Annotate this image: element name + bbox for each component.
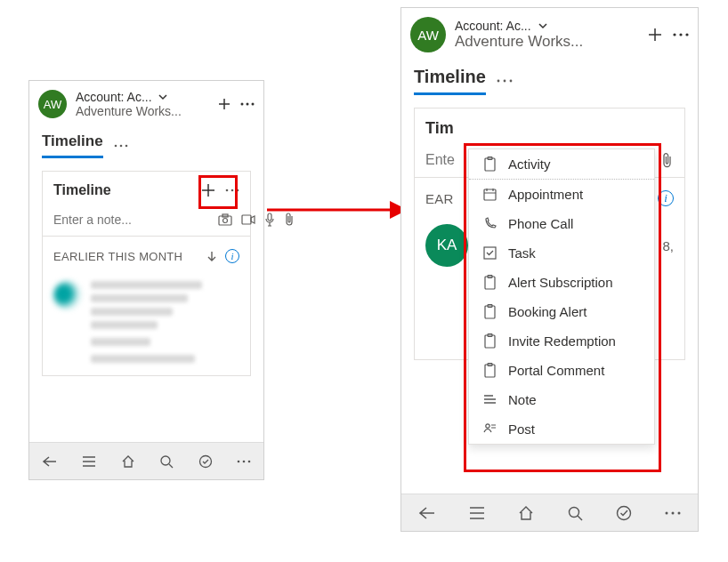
svg-point-17 bbox=[199, 455, 211, 467]
nav-task-icon[interactable] bbox=[616, 505, 632, 521]
phone-icon bbox=[481, 217, 497, 230]
menu-item-activity[interactable]: Activity bbox=[469, 149, 654, 179]
note-icon bbox=[481, 394, 497, 405]
svg-rect-32 bbox=[484, 247, 496, 259]
clipboard-icon bbox=[481, 275, 497, 290]
add-activity-button[interactable] bbox=[200, 182, 216, 198]
menu-item-phone-call[interactable]: Phone Call bbox=[469, 209, 654, 238]
plus-icon[interactable] bbox=[646, 26, 664, 44]
menu-item-post[interactable]: Post bbox=[469, 414, 654, 444]
mobile-frame-after: AW Account: Ac... Adventure Works... Tim… bbox=[400, 7, 699, 532]
sort-down-icon[interactable] bbox=[206, 250, 218, 262]
svg-point-20 bbox=[248, 460, 251, 462]
record-header: AW Account: Ac... Adventure Works... bbox=[401, 8, 698, 58]
camera-icon[interactable] bbox=[218, 213, 232, 226]
nav-more-icon[interactable] bbox=[237, 460, 251, 463]
info-icon[interactable]: i bbox=[658, 190, 674, 206]
svg-point-4 bbox=[252, 103, 255, 106]
tab-timeline[interactable]: Timeline bbox=[414, 67, 486, 95]
nav-home-icon[interactable] bbox=[518, 505, 534, 521]
chevron-down-icon[interactable] bbox=[158, 92, 168, 102]
card-title: Tim bbox=[425, 119, 674, 138]
avatar: AW bbox=[410, 17, 446, 52]
svg-point-9 bbox=[231, 189, 234, 192]
nav-search-icon[interactable] bbox=[159, 454, 174, 469]
more-icon[interactable] bbox=[673, 33, 689, 36]
video-icon[interactable] bbox=[241, 214, 255, 225]
section-label: EARLIER THIS MONTH bbox=[53, 250, 198, 263]
tab-timeline[interactable]: Timeline bbox=[42, 132, 103, 158]
more-icon[interactable] bbox=[240, 102, 255, 106]
post-icon bbox=[481, 422, 497, 436]
svg-point-44 bbox=[666, 511, 668, 514]
bottom-nav bbox=[29, 442, 263, 479]
tab-bar: Timeline bbox=[29, 124, 263, 158]
record-title: Account: Ac... bbox=[76, 90, 152, 104]
info-icon[interactable]: i bbox=[225, 249, 239, 263]
svg-point-7 bbox=[125, 144, 127, 147]
menu-item-note[interactable]: Note bbox=[469, 385, 654, 414]
tab-more-icon[interactable] bbox=[114, 144, 128, 148]
svg-point-19 bbox=[243, 460, 246, 462]
svg-point-21 bbox=[673, 33, 675, 36]
timeline-item-blurred bbox=[43, 274, 250, 375]
nav-menu-icon[interactable] bbox=[82, 456, 96, 467]
avatar: KA bbox=[425, 224, 468, 267]
svg-point-6 bbox=[119, 144, 122, 147]
tab-bar: Timeline bbox=[401, 58, 698, 95]
svg-point-41 bbox=[485, 424, 489, 428]
nav-menu-icon[interactable] bbox=[469, 507, 485, 519]
nav-more-icon[interactable] bbox=[665, 511, 681, 515]
clipboard-icon bbox=[481, 363, 497, 378]
attachment-icon[interactable] bbox=[284, 213, 295, 227]
nav-back-icon[interactable] bbox=[418, 506, 436, 520]
svg-point-25 bbox=[503, 80, 506, 83]
record-subtitle: Adventure Works... bbox=[76, 104, 212, 118]
record-subtitle: Adventure Works... bbox=[455, 33, 641, 51]
record-title: Account: Ac... bbox=[455, 19, 531, 33]
menu-item-alert-subscription[interactable]: Alert Subscription bbox=[469, 268, 654, 297]
avatar: AW bbox=[38, 90, 67, 118]
mic-icon[interactable] bbox=[264, 213, 275, 227]
svg-point-22 bbox=[679, 33, 682, 36]
card-title: Timeline bbox=[53, 182, 200, 198]
svg-rect-39 bbox=[485, 365, 495, 377]
nav-task-icon[interactable] bbox=[198, 454, 213, 469]
card-more-icon[interactable] bbox=[225, 189, 239, 192]
clipboard-icon bbox=[481, 333, 497, 349]
nav-home-icon[interactable] bbox=[121, 454, 135, 469]
svg-point-45 bbox=[672, 511, 675, 514]
chevron-down-icon[interactable] bbox=[537, 20, 549, 32]
svg-point-10 bbox=[237, 189, 239, 192]
add-activity-menu: Activity Appointment Phone Call Task Ale… bbox=[468, 149, 655, 445]
svg-point-24 bbox=[497, 80, 499, 83]
menu-item-task[interactable]: Task bbox=[469, 238, 654, 268]
svg-point-18 bbox=[238, 460, 240, 462]
menu-item-appointment[interactable]: Appointment bbox=[469, 180, 654, 209]
timeline-card: Timeline bbox=[42, 171, 251, 376]
calendar-icon bbox=[481, 188, 497, 201]
nav-search-icon[interactable] bbox=[567, 505, 583, 521]
checkbox-icon bbox=[481, 246, 497, 260]
nav-back-icon[interactable] bbox=[42, 455, 58, 468]
svg-rect-14 bbox=[242, 215, 251, 224]
note-input[interactable] bbox=[53, 213, 209, 227]
tab-more-icon[interactable] bbox=[497, 79, 513, 83]
menu-item-invite-redemption[interactable]: Invite Redemption bbox=[469, 326, 654, 356]
svg-rect-15 bbox=[268, 213, 271, 221]
plus-icon[interactable] bbox=[217, 97, 231, 111]
bottom-nav bbox=[401, 494, 698, 531]
svg-point-12 bbox=[223, 219, 228, 223]
svg-rect-37 bbox=[485, 335, 495, 348]
clipboard-icon bbox=[481, 304, 497, 319]
clipboard-icon bbox=[481, 157, 497, 172]
svg-point-16 bbox=[161, 456, 170, 465]
svg-point-5 bbox=[114, 144, 117, 147]
attachment-icon[interactable] bbox=[661, 152, 674, 168]
date-fragment: 8, bbox=[662, 238, 674, 253]
svg-point-23 bbox=[685, 33, 688, 36]
menu-item-portal-comment[interactable]: Portal Comment bbox=[469, 356, 654, 385]
menu-item-booking-alert[interactable]: Booking Alert bbox=[469, 297, 654, 326]
svg-point-43 bbox=[618, 506, 631, 519]
svg-point-42 bbox=[570, 507, 579, 517]
